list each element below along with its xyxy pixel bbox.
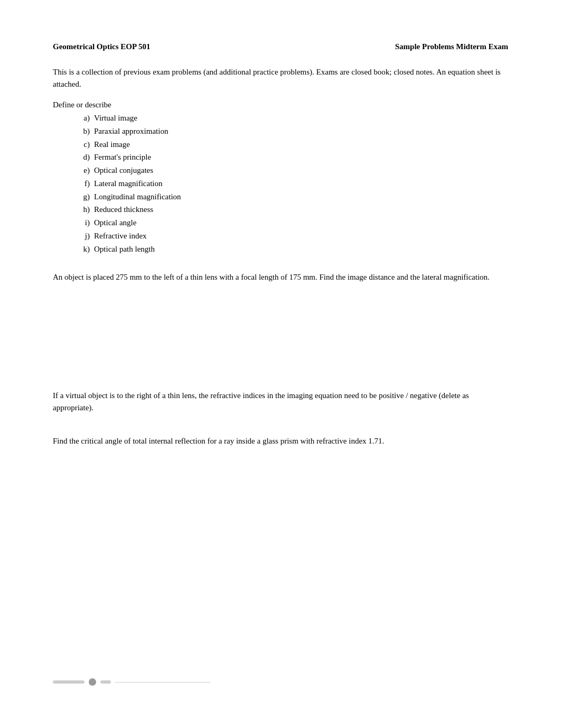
list-item-text: Fermat's principle xyxy=(94,151,151,164)
list-item-text: Reduced thickness xyxy=(94,203,153,216)
intro-text: This is a collection of previous exam pr… xyxy=(53,66,508,90)
exam-title: Sample Problems Midterm Exam xyxy=(395,42,508,51)
list-item-text: Paraxial approximation xyxy=(94,125,168,138)
deco-circle xyxy=(89,678,96,686)
list-item: i)Optical angle xyxy=(74,216,508,229)
list-item-letter: i) xyxy=(74,216,90,229)
header: Geometrical Optics EOP 501 Sample Proble… xyxy=(53,42,508,51)
list-item-letter: h) xyxy=(74,203,90,216)
deco-line xyxy=(115,682,210,683)
deco-bar-2 xyxy=(100,680,111,684)
list-item-text: Lateral magnification xyxy=(94,177,163,190)
deco-bar-1 xyxy=(53,680,85,684)
list-item: a)Virtual image xyxy=(74,112,508,125)
problem-3-text: Find the critical angle of total interna… xyxy=(53,435,508,447)
list-item-letter: c) xyxy=(74,138,90,151)
list-item-letter: j) xyxy=(74,229,90,243)
page: Geometrical Optics EOP 501 Sample Proble… xyxy=(0,0,561,728)
define-label: Define or describe xyxy=(53,100,508,109)
list-item: f)Lateral magnification xyxy=(74,177,508,190)
problem-3-section: Find the critical angle of total interna… xyxy=(53,435,508,447)
list-item-text: Real image xyxy=(94,138,130,151)
list-item-letter: e) xyxy=(74,164,90,177)
list-item: d)Fermat's principle xyxy=(74,151,508,164)
list-item-text: Refractive index xyxy=(94,229,147,243)
list-item-letter: b) xyxy=(74,125,90,138)
list-item: e)Optical conjugates xyxy=(74,164,508,177)
list-item-letter: a) xyxy=(74,112,90,125)
list-item: h)Reduced thickness xyxy=(74,203,508,216)
list-item-text: Optical path length xyxy=(94,243,155,256)
define-section: Define or describe a)Virtual imageb)Para… xyxy=(53,100,508,255)
problem-2-section: If a virtual object is to the right of a… xyxy=(53,390,508,414)
list-item: b)Paraxial approximation xyxy=(74,125,508,138)
list-item-text: Optical conjugates xyxy=(94,164,153,177)
problem-1-section: An object is placed 275 mm to the left o… xyxy=(53,271,508,283)
bottom-decoration xyxy=(53,678,210,686)
list-item-text: Longitudinal magnification xyxy=(94,190,181,204)
list-item: c)Real image xyxy=(74,138,508,151)
problem-1-text: An object is placed 275 mm to the left o… xyxy=(53,271,508,283)
define-list: a)Virtual imageb)Paraxial approximationc… xyxy=(74,112,508,255)
list-item: j)Refractive index xyxy=(74,229,508,243)
course-title: Geometrical Optics EOP 501 xyxy=(53,42,151,51)
list-item-text: Optical angle xyxy=(94,216,136,229)
problem-2-text: If a virtual object is to the right of a… xyxy=(53,390,508,414)
list-item-letter: f) xyxy=(74,177,90,190)
list-item-letter: g) xyxy=(74,190,90,204)
list-item-letter: d) xyxy=(74,151,90,164)
list-item-letter: k) xyxy=(74,243,90,256)
list-item-text: Virtual image xyxy=(94,112,137,125)
list-item: g)Longitudinal magnification xyxy=(74,190,508,204)
list-item: k)Optical path length xyxy=(74,243,508,256)
